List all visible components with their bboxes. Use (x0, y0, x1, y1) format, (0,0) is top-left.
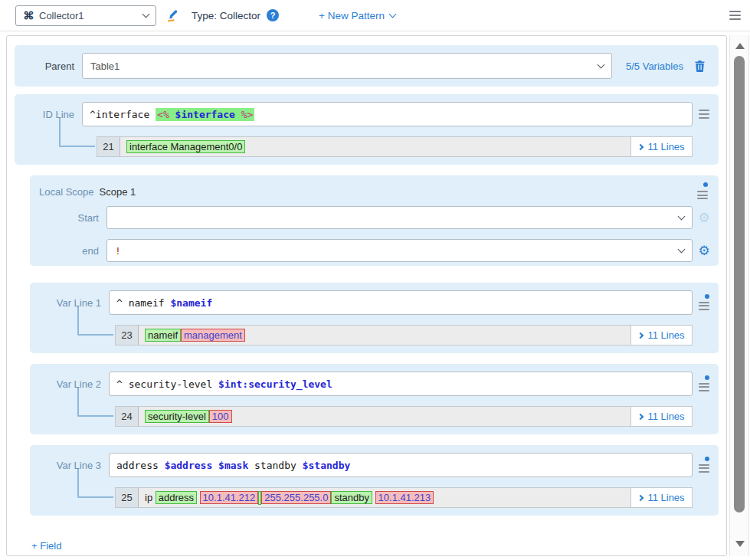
parent-select[interactable]: Table1 (82, 53, 612, 79)
type-label: Type: Collector (192, 10, 260, 21)
gear-icon[interactable]: ⚙ (698, 244, 709, 257)
scrollbar-thumb[interactable] (734, 56, 745, 513)
parent-label: Parent (15, 61, 82, 72)
menu-icon[interactable] (729, 11, 741, 21)
var-line-2-panel: Var Line 2 ^ security-level $int:securit… (30, 364, 719, 434)
id-line-panel: ID Line ^interface <% $interface %> 21 i… (15, 94, 719, 165)
var-line-3-panel: Var Line 3 address $address $mask standb… (30, 445, 719, 516)
variables-link[interactable]: 5/5 Variables (626, 61, 683, 72)
connector-line (77, 388, 113, 417)
parent-select-value: Table1 (90, 61, 120, 72)
scope-menu-icon[interactable] (697, 184, 708, 199)
chevron-down-icon (142, 11, 150, 18)
connector-line (59, 118, 95, 147)
chevron-down-icon (678, 213, 686, 221)
connector-line (77, 306, 113, 336)
matched-line-text: security-level100 (139, 407, 630, 426)
scope-end-value: ! (115, 245, 121, 257)
line-number: 23 (116, 326, 139, 345)
notification-dot (703, 182, 708, 187)
var-line-2-pattern-input[interactable]: ^ security-level $int:security_level (109, 372, 693, 396)
id-line-pattern-input[interactable]: ^interface <% $interface %> (82, 102, 693, 126)
pattern-select-value: Collector1 (39, 10, 143, 21)
notification-dot (705, 294, 709, 299)
top-toolbar: ⌘ Collector1 Type: Collector ? + New Pat… (0, 0, 750, 31)
match-row: 25 ip address 10.1.41.212255.255.255.0st… (115, 487, 693, 508)
chevron-right-icon (637, 332, 644, 338)
notification-dot (705, 375, 709, 380)
var-line-1-menu-icon[interactable] (699, 296, 709, 310)
chevron-down-icon (598, 61, 605, 69)
matched-line-text: ip address 10.1.41.212255.255.255.0stand… (139, 488, 630, 507)
lines-button[interactable]: 11 Lines (630, 488, 692, 507)
connector-line (77, 469, 113, 498)
scroll-down-arrow-icon[interactable] (735, 541, 745, 547)
template-expression: <% $interface %> (156, 108, 254, 121)
pattern-select[interactable]: ⌘ Collector1 (15, 5, 156, 26)
scope-start-label: Start (30, 212, 106, 224)
scroll-up-arrow-icon[interactable] (735, 43, 745, 49)
edit-pencil-icon[interactable] (166, 9, 179, 22)
pattern-editor-panel: Parent Table1 5/5 Variables ID Line ^int… (6, 35, 727, 556)
local-scope-label: Local Scope (39, 186, 94, 198)
lines-button[interactable]: 11 Lines (630, 137, 692, 156)
notification-dot (705, 457, 709, 461)
code-literal: ^interface (90, 109, 156, 120)
add-field-button[interactable]: + Field (31, 540, 61, 552)
scope-end-label: end (30, 245, 106, 257)
line-number: 21 (97, 137, 120, 156)
collector-icon: ⌘ (23, 10, 34, 21)
var-line-1-pattern-input[interactable]: ^ nameif $nameif (109, 290, 693, 315)
code-literal: standby (248, 460, 302, 471)
lines-button[interactable]: 11 Lines (630, 407, 692, 426)
scope-end-select[interactable]: ! (106, 239, 693, 262)
code-literal: ^ nameif (116, 297, 170, 309)
chevron-down-icon (389, 11, 397, 18)
matched-line-text: interface Management0/0 (120, 137, 630, 156)
chevron-right-icon (637, 413, 644, 419)
line-number: 25 (116, 488, 139, 507)
match-row: 24 security-level100 11 Lines (115, 406, 693, 427)
code-variable: $nameif (170, 297, 212, 309)
id-line-menu-icon[interactable] (699, 110, 709, 120)
vertical-scrollbar[interactable] (729, 35, 749, 556)
chevron-right-icon (637, 143, 644, 149)
code-variable: $int:security_level (218, 378, 332, 390)
scope-start-select[interactable] (106, 206, 693, 229)
match-row: 23 nameifmanagement 11 Lines (115, 325, 693, 345)
new-pattern-label: + New Pattern (319, 10, 385, 21)
var-line-3-menu-icon[interactable] (699, 458, 709, 473)
code-literal: ^ security-level (116, 378, 218, 390)
chevron-right-icon (637, 494, 644, 500)
scope-name: Scope 1 (100, 186, 136, 198)
matched-line-text: nameifmanagement (139, 326, 630, 345)
delete-trash-icon[interactable] (695, 61, 705, 72)
parent-panel: Parent Table1 5/5 Variables (15, 45, 719, 87)
chevron-down-icon (678, 246, 686, 254)
var-line-3-pattern-input[interactable]: address $address $mask standby $standby (109, 453, 693, 477)
code-variable: $standby (303, 460, 351, 471)
local-scope-panel: Local Scope Scope 1 Start ⚙ end ! ⚙ (30, 175, 719, 266)
line-number: 24 (116, 407, 139, 426)
code-literal: address (116, 460, 165, 471)
match-row: 21 interface Management0/0 11 Lines (97, 136, 693, 157)
code-variable: $address (165, 460, 213, 471)
var-line-2-menu-icon[interactable] (699, 377, 709, 391)
help-icon[interactable]: ? (267, 9, 279, 21)
code-variable: $mask (218, 460, 248, 471)
gear-icon[interactable]: ⚙ (698, 211, 709, 224)
new-pattern-button[interactable]: + New Pattern (319, 10, 395, 21)
var-line-1-panel: Var Line 1 ^ nameif $nameif 23 nameifman… (30, 283, 719, 353)
lines-button[interactable]: 11 Lines (630, 326, 692, 345)
